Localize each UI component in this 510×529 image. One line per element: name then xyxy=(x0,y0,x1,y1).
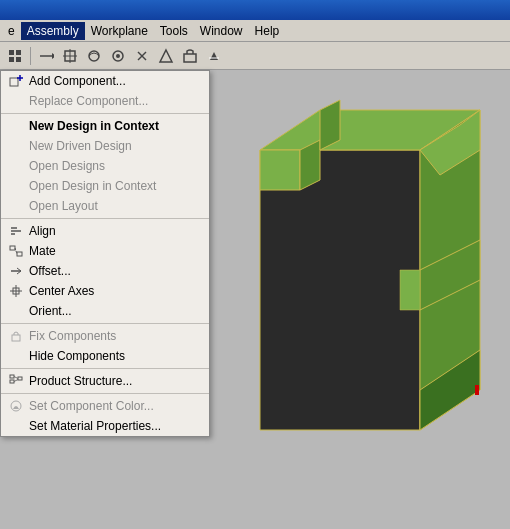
dropdown-menu: Add Component... Replace Component... Ne… xyxy=(0,70,210,437)
menu-center-axes[interactable]: Center Axes xyxy=(1,281,209,301)
svg-rect-34 xyxy=(10,246,15,250)
toolbar-btn-3[interactable] xyxy=(59,45,81,67)
menu-item-help[interactable]: Help xyxy=(249,22,286,40)
toolbar-btn-6[interactable] xyxy=(131,45,153,67)
product-icon xyxy=(7,372,25,390)
align-icon xyxy=(7,222,25,240)
menu-item-file[interactable]: e xyxy=(2,22,21,40)
separator-2 xyxy=(1,218,209,219)
svg-rect-43 xyxy=(12,335,20,341)
svg-marker-25 xyxy=(400,270,420,310)
svg-rect-28 xyxy=(10,78,18,86)
toolbar-separator-1 xyxy=(30,47,31,65)
menu-replace-component[interactable]: Replace Component... xyxy=(1,91,209,111)
menu-set-material-properties[interactable]: Set Material Properties... xyxy=(1,416,209,436)
toolbar-btn-1[interactable] xyxy=(4,45,26,67)
menu-open-layout[interactable]: Open Layout xyxy=(1,196,209,216)
menu-new-design-context[interactable]: New Design in Context xyxy=(1,116,209,136)
add-component-icon xyxy=(7,72,25,90)
svg-marker-20 xyxy=(260,150,300,190)
menu-offset[interactable]: Offset... xyxy=(1,261,209,281)
menu-product-structure[interactable]: Product Structure... xyxy=(1,371,209,391)
main-area: Add Component... Replace Component... Ne… xyxy=(0,70,510,529)
fix-icon xyxy=(7,327,25,345)
toolbar-btn-4[interactable] xyxy=(83,45,105,67)
svg-line-48 xyxy=(14,380,18,382)
menu-add-component[interactable]: Add Component... xyxy=(1,71,209,91)
menu-item-window[interactable]: Window xyxy=(194,22,249,40)
svg-rect-3 xyxy=(16,57,21,62)
separator-5 xyxy=(1,393,209,394)
menu-hide-components[interactable]: Hide Components xyxy=(1,346,209,366)
svg-rect-44 xyxy=(10,375,14,378)
menu-orient[interactable]: Orient... xyxy=(1,301,209,321)
svg-rect-1 xyxy=(16,50,21,55)
menu-item-tools[interactable]: Tools xyxy=(154,22,194,40)
menu-mate[interactable]: Mate xyxy=(1,241,209,261)
toolbar-btn-8[interactable] xyxy=(179,45,201,67)
menu-bar: e Assembly Workplane Tools Window Help xyxy=(0,20,510,42)
svg-marker-14 xyxy=(160,50,172,62)
menu-open-design-context[interactable]: Open Design in Context xyxy=(1,176,209,196)
menu-align[interactable]: Align xyxy=(1,221,209,241)
toolbar-btn-5[interactable] xyxy=(107,45,129,67)
separator-1 xyxy=(1,113,209,114)
mate-icon xyxy=(7,242,25,260)
menu-open-designs[interactable]: Open Designs xyxy=(1,156,209,176)
svg-rect-46 xyxy=(18,377,22,380)
toolbar-btn-7[interactable] xyxy=(155,45,177,67)
svg-rect-35 xyxy=(17,252,22,256)
toolbar-btn-2[interactable] xyxy=(35,45,57,67)
menu-item-workplane[interactable]: Workplane xyxy=(85,22,154,40)
svg-marker-5 xyxy=(52,53,54,59)
svg-point-11 xyxy=(116,54,120,58)
separator-3 xyxy=(1,323,209,324)
menu-set-component-color[interactable]: Set Component Color... xyxy=(1,396,209,416)
title-bar xyxy=(0,0,510,20)
svg-rect-15 xyxy=(184,54,196,62)
svg-line-47 xyxy=(14,377,18,379)
toolbar-btn-9[interactable] xyxy=(203,45,225,67)
svg-rect-27 xyxy=(475,385,479,395)
menu-new-driven-design[interactable]: New Driven Design xyxy=(1,136,209,156)
separator-4 xyxy=(1,368,209,369)
color-icon xyxy=(7,397,25,415)
svg-marker-17 xyxy=(260,150,420,430)
svg-rect-0 xyxy=(9,50,14,55)
3d-model xyxy=(220,90,500,510)
menu-item-assembly[interactable]: Assembly xyxy=(21,22,85,40)
svg-rect-45 xyxy=(10,380,14,383)
menu-fix-components[interactable]: Fix Components xyxy=(1,326,209,346)
toolbar xyxy=(0,42,510,70)
center-axes-icon xyxy=(7,282,25,300)
offset-icon xyxy=(7,262,25,280)
svg-rect-2 xyxy=(9,57,14,62)
